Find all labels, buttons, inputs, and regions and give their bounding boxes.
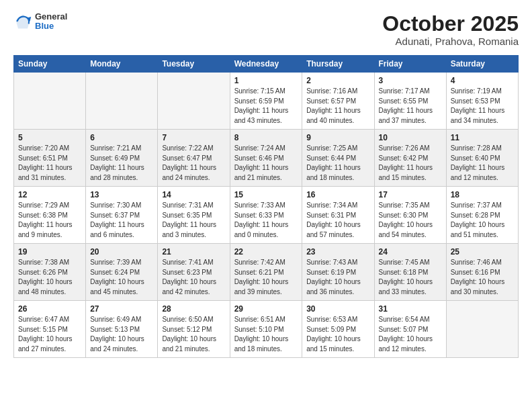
day-info: Sunrise: 6:54 AM Sunset: 5:07 PM Dayligh… [379, 315, 442, 354]
day-number: 3 [379, 76, 442, 85]
calendar-day-header: Monday [86, 56, 158, 73]
day-number: 18 [451, 190, 514, 199]
day-info: Sunrise: 7:21 AM Sunset: 6:49 PM Dayligh… [90, 144, 153, 183]
day-info: Sunrise: 7:34 AM Sunset: 6:31 PM Dayligh… [306, 201, 369, 240]
calendar-day-cell: 31Sunrise: 6:54 AM Sunset: 5:07 PM Dayli… [374, 301, 446, 358]
day-number: 27 [90, 304, 153, 314]
calendar-day-cell: 18Sunrise: 7:37 AM Sunset: 6:28 PM Dayli… [446, 187, 518, 244]
calendar-day-cell: 23Sunrise: 7:43 AM Sunset: 6:19 PM Dayli… [302, 244, 374, 301]
calendar-day-cell: 20Sunrise: 7:39 AM Sunset: 6:24 PM Dayli… [86, 244, 158, 301]
calendar-day-cell: 11Sunrise: 7:28 AM Sunset: 6:40 PM Dayli… [446, 130, 518, 187]
calendar-day-cell: 19Sunrise: 7:38 AM Sunset: 6:26 PM Dayli… [14, 244, 86, 301]
day-number: 26 [18, 304, 81, 314]
day-number: 20 [90, 247, 153, 257]
calendar-day-cell: 14Sunrise: 7:31 AM Sunset: 6:35 PM Dayli… [158, 187, 230, 244]
day-number: 23 [306, 247, 369, 257]
day-number: 19 [18, 247, 81, 257]
day-info: Sunrise: 7:46 AM Sunset: 6:16 PM Dayligh… [451, 258, 514, 297]
calendar-day-cell [86, 73, 158, 130]
calendar-day-cell: 8Sunrise: 7:24 AM Sunset: 6:46 PM Daylig… [230, 130, 302, 187]
calendar-day-header: Friday [374, 56, 446, 73]
day-number: 10 [379, 133, 442, 142]
day-info: Sunrise: 7:30 AM Sunset: 6:37 PM Dayligh… [90, 201, 153, 240]
calendar-day-cell: 26Sunrise: 6:47 AM Sunset: 5:15 PM Dayli… [14, 301, 86, 358]
day-info: Sunrise: 7:28 AM Sunset: 6:40 PM Dayligh… [451, 144, 514, 183]
calendar-day-cell: 21Sunrise: 7:41 AM Sunset: 6:23 PM Dayli… [158, 244, 230, 301]
calendar-table: SundayMondayTuesdayWednesdayThursdayFrid… [13, 55, 519, 358]
page: General Blue October 2025 Adunati, Praho… [0, 0, 532, 370]
day-number: 7 [162, 133, 225, 142]
calendar-day-cell: 1Sunrise: 7:15 AM Sunset: 6:59 PM Daylig… [230, 73, 302, 130]
day-info: Sunrise: 7:29 AM Sunset: 6:38 PM Dayligh… [18, 201, 81, 240]
day-info: Sunrise: 6:47 AM Sunset: 5:15 PM Dayligh… [18, 315, 81, 354]
day-info: Sunrise: 7:16 AM Sunset: 6:57 PM Dayligh… [306, 87, 369, 126]
calendar-day-cell: 22Sunrise: 7:42 AM Sunset: 6:21 PM Dayli… [230, 244, 302, 301]
day-number: 22 [234, 247, 298, 257]
calendar-day-cell [158, 73, 230, 130]
page-subtitle: Adunati, Prahova, Romania [382, 36, 519, 47]
day-number: 2 [306, 76, 369, 85]
calendar-day-cell: 7Sunrise: 7:22 AM Sunset: 6:47 PM Daylig… [158, 130, 230, 187]
day-info: Sunrise: 7:35 AM Sunset: 6:30 PM Dayligh… [379, 201, 442, 240]
day-number: 25 [451, 247, 514, 257]
calendar-day-cell: 9Sunrise: 7:25 AM Sunset: 6:44 PM Daylig… [302, 130, 374, 187]
day-info: Sunrise: 7:33 AM Sunset: 6:33 PM Dayligh… [234, 201, 298, 240]
calendar-header-row: SundayMondayTuesdayWednesdayThursdayFrid… [14, 56, 519, 73]
day-number: 4 [451, 76, 514, 85]
day-info: Sunrise: 6:53 AM Sunset: 5:09 PM Dayligh… [306, 315, 369, 354]
calendar-day-cell: 24Sunrise: 7:45 AM Sunset: 6:18 PM Dayli… [374, 244, 446, 301]
day-info: Sunrise: 7:41 AM Sunset: 6:23 PM Dayligh… [162, 258, 225, 297]
day-info: Sunrise: 7:26 AM Sunset: 6:42 PM Dayligh… [379, 144, 442, 183]
day-number: 31 [379, 304, 442, 314]
calendar-week-row: 12Sunrise: 7:29 AM Sunset: 6:38 PM Dayli… [14, 187, 519, 244]
calendar-day-cell [446, 301, 518, 358]
calendar-day-cell: 10Sunrise: 7:26 AM Sunset: 6:42 PM Dayli… [374, 130, 446, 187]
day-number: 21 [162, 247, 225, 257]
calendar-day-cell: 13Sunrise: 7:30 AM Sunset: 6:37 PM Dayli… [86, 187, 158, 244]
calendar-week-row: 1Sunrise: 7:15 AM Sunset: 6:59 PM Daylig… [14, 73, 519, 130]
day-info: Sunrise: 7:20 AM Sunset: 6:51 PM Dayligh… [18, 144, 81, 183]
calendar-day-cell: 30Sunrise: 6:53 AM Sunset: 5:09 PM Dayli… [302, 301, 374, 358]
calendar-day-cell: 12Sunrise: 7:29 AM Sunset: 6:38 PM Dayli… [14, 187, 86, 244]
day-number: 12 [18, 190, 81, 199]
calendar-day-cell: 28Sunrise: 6:50 AM Sunset: 5:12 PM Dayli… [158, 301, 230, 358]
calendar-day-cell: 2Sunrise: 7:16 AM Sunset: 6:57 PM Daylig… [302, 73, 374, 130]
day-info: Sunrise: 7:37 AM Sunset: 6:28 PM Dayligh… [451, 201, 514, 240]
day-number: 17 [379, 190, 442, 199]
calendar-day-cell: 25Sunrise: 7:46 AM Sunset: 6:16 PM Dayli… [446, 244, 518, 301]
calendar-day-cell: 6Sunrise: 7:21 AM Sunset: 6:49 PM Daylig… [86, 130, 158, 187]
day-info: Sunrise: 7:42 AM Sunset: 6:21 PM Dayligh… [234, 258, 298, 297]
day-info: Sunrise: 7:39 AM Sunset: 6:24 PM Dayligh… [90, 258, 153, 297]
day-number: 24 [379, 247, 442, 257]
page-title: October 2025 [382, 12, 519, 36]
day-number: 5 [18, 133, 81, 142]
calendar-day-header: Tuesday [158, 56, 230, 73]
logo-blue-text: Blue [35, 21, 67, 31]
day-number: 1 [234, 76, 298, 85]
day-info: Sunrise: 6:51 AM Sunset: 5:10 PM Dayligh… [234, 315, 298, 354]
logo-icon [13, 12, 32, 31]
calendar-week-row: 19Sunrise: 7:38 AM Sunset: 6:26 PM Dayli… [14, 244, 519, 301]
day-number: 14 [162, 190, 225, 199]
calendar-day-cell: 16Sunrise: 7:34 AM Sunset: 6:31 PM Dayli… [302, 187, 374, 244]
day-number: 11 [451, 133, 514, 142]
calendar-day-cell: 5Sunrise: 7:20 AM Sunset: 6:51 PM Daylig… [14, 130, 86, 187]
day-info: Sunrise: 7:43 AM Sunset: 6:19 PM Dayligh… [306, 258, 369, 297]
logo: General Blue [13, 12, 67, 32]
day-number: 29 [234, 304, 298, 314]
calendar-day-header: Wednesday [230, 56, 302, 73]
calendar-day-cell: 29Sunrise: 6:51 AM Sunset: 5:10 PM Dayli… [230, 301, 302, 358]
calendar-week-row: 26Sunrise: 6:47 AM Sunset: 5:15 PM Dayli… [14, 301, 519, 358]
calendar-day-header: Thursday [302, 56, 374, 73]
day-info: Sunrise: 6:50 AM Sunset: 5:12 PM Dayligh… [162, 315, 225, 354]
day-info: Sunrise: 7:31 AM Sunset: 6:35 PM Dayligh… [162, 201, 225, 240]
day-info: Sunrise: 7:17 AM Sunset: 6:55 PM Dayligh… [379, 87, 442, 126]
day-info: Sunrise: 7:24 AM Sunset: 6:46 PM Dayligh… [234, 144, 298, 183]
day-number: 9 [306, 133, 369, 142]
day-info: Sunrise: 7:25 AM Sunset: 6:44 PM Dayligh… [306, 144, 369, 183]
day-number: 6 [90, 133, 153, 142]
day-number: 30 [306, 304, 369, 314]
day-number: 8 [234, 133, 298, 142]
day-number: 28 [162, 304, 225, 314]
title-block: October 2025 Adunati, Prahova, Romania [382, 12, 519, 47]
